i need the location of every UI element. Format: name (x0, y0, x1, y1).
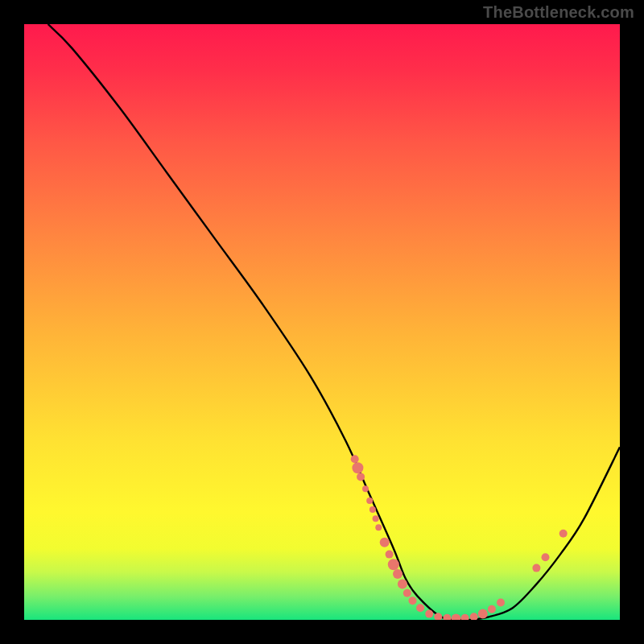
bottleneck-curve (48, 24, 620, 620)
curve-marker (497, 599, 505, 607)
curve-marker (542, 553, 550, 561)
curve-marker (366, 497, 373, 504)
chart-frame: TheBottleneck.com (0, 0, 644, 644)
curve-marker (388, 559, 399, 570)
curve-marker (532, 564, 540, 572)
curve-marker (488, 605, 496, 613)
curve-marker (470, 613, 478, 620)
curve-marker (425, 610, 433, 618)
curve-marker (398, 580, 407, 589)
plot-area (24, 24, 620, 620)
curve-marker (461, 614, 469, 620)
curve-marker (393, 569, 402, 579)
curve-marker (352, 462, 363, 473)
curve-markers (351, 455, 568, 620)
curve-marker (380, 538, 390, 547)
curve-marker (478, 609, 488, 619)
curve-marker (357, 473, 365, 481)
curve-marker (386, 551, 394, 559)
curve-marker (351, 455, 359, 463)
watermark-text: TheBottleneck.com (483, 3, 634, 22)
curve-marker (452, 614, 461, 621)
curve-marker (369, 506, 376, 513)
curve-marker (443, 614, 451, 620)
curve-marker (559, 530, 568, 538)
curve-marker (416, 604, 424, 612)
curve-layer (24, 24, 620, 620)
curve-marker (375, 524, 382, 530)
curve-marker (403, 589, 411, 597)
curve-marker (362, 485, 369, 492)
curve-marker (409, 597, 417, 605)
curve-marker (373, 515, 379, 522)
